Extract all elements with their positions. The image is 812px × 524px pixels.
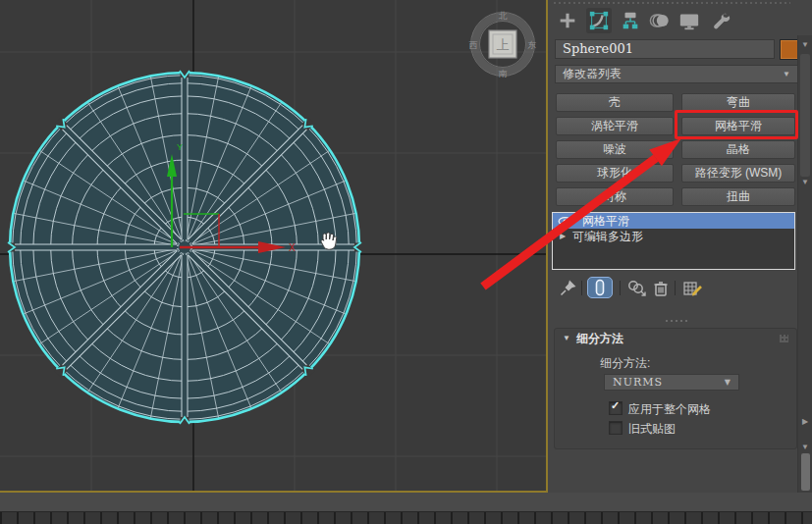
hierarchy-icon (620, 10, 641, 31)
scroll-down-icon[interactable]: ▼ (798, 444, 812, 451)
tab-hierarchy[interactable] (618, 8, 643, 33)
tab-motion[interactable] (647, 8, 673, 33)
track-bar[interactable] (0, 511, 812, 524)
time-slider-bar[interactable] (0, 493, 812, 511)
dropdown-value: NURMS (613, 376, 663, 389)
top-viewport[interactable]: YX上北南西东 (0, 0, 548, 493)
tab-create[interactable] (555, 8, 580, 33)
modifier-button-twist[interactable]: 扭曲 (681, 187, 795, 206)
svg-text:南: 南 (499, 69, 508, 79)
checkbox-label: 应用于整个网格 (628, 402, 711, 416)
modify-icon (588, 10, 610, 31)
rollout-header[interactable]: ▼ 细分方法 (555, 329, 796, 348)
subdivision-method-dropdown[interactable]: NURMS ▼ (604, 374, 739, 391)
expander-icon[interactable]: ▶ (560, 229, 566, 244)
scroll-down-icon[interactable]: ▼ (798, 179, 812, 186)
rollout-title: 细分方法 (576, 329, 623, 348)
check-icon: ✓ (611, 399, 620, 412)
stack-row-label: 网格平滑 (582, 213, 629, 229)
stack-row-meshsmooth[interactable]: 网格平滑 (553, 213, 794, 229)
scroll-up-icon[interactable]: ▼ (798, 41, 812, 49)
scrollbar-thumb[interactable] (800, 54, 810, 177)
checkbox-label: 旧式贴图 (628, 422, 676, 436)
svg-text:Y: Y (177, 142, 183, 152)
modifier-button-noise[interactable]: 噪波 (556, 140, 674, 159)
modifier-button-shell[interactable]: 壳 (556, 93, 674, 112)
panel-scrollbar[interactable]: ▼ ▼ ▶ ▼ (797, 35, 812, 493)
checkbox-unchecked[interactable]: ✓ (609, 421, 623, 435)
stack-toolbar (548, 277, 803, 300)
plus-icon (557, 10, 578, 31)
eye-icon[interactable] (558, 216, 572, 227)
checkbox-checked[interactable]: ✓ (609, 401, 623, 415)
toolbar-separator (620, 281, 621, 295)
svg-text:东: 东 (527, 40, 537, 50)
scroll-right-icon[interactable]: ▶ (798, 418, 812, 426)
scrollbar-thumb[interactable] (801, 453, 810, 491)
modifier-button-turbosmooth[interactable]: 涡轮平滑 (556, 117, 674, 135)
toolbar-separator (581, 281, 582, 295)
3dsmax-window: YX上北南西东 (0, 0, 812, 524)
legacy-maps-row[interactable]: ✓旧式贴图 (609, 421, 676, 435)
toolbar-separator (675, 281, 676, 295)
object-name: Sphere001 (563, 41, 633, 56)
apply-to-whole-mesh-row[interactable]: ✓应用于整个网格 (609, 401, 711, 415)
show-end-result-icon (594, 279, 606, 296)
command-panel: Sphere001 修改器列表 ▼ 壳 弯曲 涡轮平滑 网格平滑 噪波 晶格 球… (548, 0, 812, 493)
modifier-button-symmetry[interactable]: 对称 (556, 187, 674, 206)
tab-utilities[interactable] (707, 8, 732, 33)
svg-text:北: 北 (499, 11, 508, 21)
modifier-button-lattice[interactable]: 晶格 (681, 140, 795, 159)
rollout-drag-dots[interactable] (666, 320, 687, 322)
modifier-list-label: 修改器列表 (563, 67, 622, 80)
collapse-icon[interactable]: ▼ (563, 329, 570, 348)
stack-row-label: 可编辑多边形 (572, 229, 643, 244)
modifier-button-pathdeform-wsm[interactable]: 路径变形 (WSM) (681, 164, 795, 183)
tab-display[interactable] (677, 8, 702, 33)
show-end-result-button[interactable] (587, 277, 613, 298)
svg-text:上: 上 (497, 37, 510, 52)
highlight-box-meshsmooth (675, 110, 798, 139)
modifier-button-spherify[interactable]: 球形化 (556, 164, 674, 183)
chevron-down-icon: ▼ (783, 71, 790, 79)
pin-icon[interactable] (560, 279, 577, 296)
modifier-stack: 网格平滑 ▶ 可编辑多边形 (552, 212, 795, 270)
stack-row-editable-poly[interactable]: ▶ 可编辑多边形 (553, 229, 794, 244)
modifier-list-dropdown[interactable]: 修改器列表 ▼ (555, 65, 798, 83)
make-unique-icon[interactable] (626, 279, 648, 298)
viewport-canvas[interactable]: YX上北南西东 (0, 0, 546, 491)
wrench-icon (709, 10, 731, 31)
object-name-field[interactable]: Sphere001 (555, 39, 775, 59)
rollout-subdivision-method: ▼ 细分方法 细分方法: NURMS ▼ ✓应用于整个网格 ✓旧式贴图 (554, 328, 797, 449)
remove-modifier-icon[interactable] (652, 279, 670, 298)
panel-drag-dots (554, 2, 790, 4)
rollout-grip-icon (780, 335, 788, 342)
configure-sets-icon[interactable] (682, 279, 703, 298)
motion-icon (648, 10, 672, 31)
tab-modify[interactable] (586, 8, 612, 33)
subdivision-method-label: 细分方法: (600, 355, 650, 372)
svg-text:X: X (289, 242, 296, 253)
display-icon (677, 10, 701, 31)
svg-text:西: 西 (469, 40, 478, 50)
chevron-down-icon: ▼ (725, 379, 731, 387)
